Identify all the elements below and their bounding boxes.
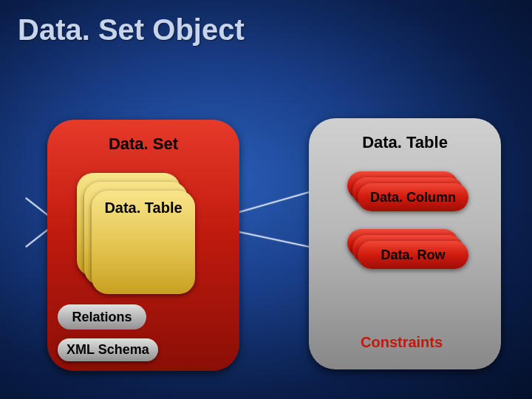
datatable-label: Data. Table [92, 200, 195, 216]
xml-schema-pill: XML Schema [58, 338, 158, 361]
connector-line [229, 188, 322, 216]
relations-label: Relations [72, 310, 132, 325]
datarow-label: Data. Row [381, 248, 445, 263]
datarow-pill: Data. Row [358, 241, 468, 269]
datatable-panel: Data. Table Data. Column Data. Row Const… [309, 118, 501, 369]
slide-title: Data. Set Object [18, 13, 245, 47]
datatable-card: Data. Table [92, 191, 195, 294]
dataset-panel: Data. Set Data. Table Relations XML Sche… [47, 120, 239, 371]
datacolumn-label: Data. Column [370, 190, 456, 205]
xml-schema-label: XML Schema [66, 342, 149, 357]
datatable-header: Data. Table [309, 133, 501, 152]
dataset-header: Data. Set [47, 134, 239, 154]
constraints-label: Constraints [361, 334, 443, 351]
datacolumn-pill: Data. Column [358, 183, 468, 211]
relations-pill: Relations [58, 304, 146, 330]
